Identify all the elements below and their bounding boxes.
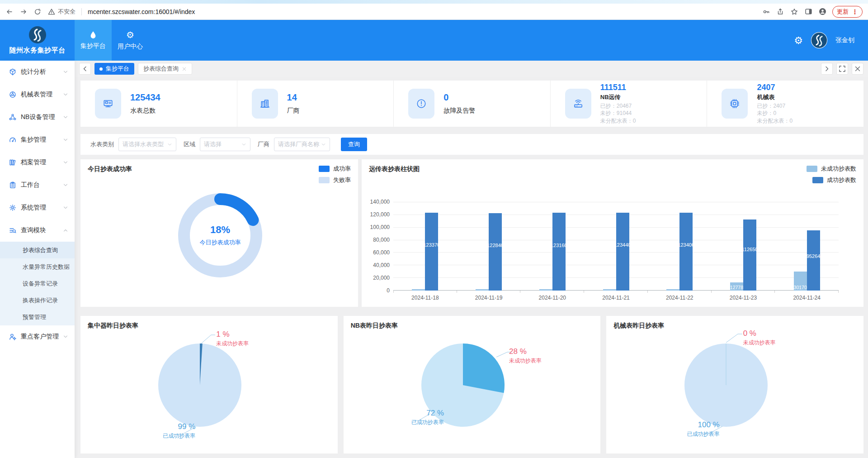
filter-select-0[interactable]: 请选择水表类型 xyxy=(118,138,176,151)
tabs-scroll-left-button[interactable] xyxy=(79,63,91,75)
sidebar-subitem-4[interactable]: 预警管理 xyxy=(0,309,75,325)
sidebar-subitem-label: 设备异常记录 xyxy=(23,280,58,288)
chevron-left-icon xyxy=(81,65,89,73)
today-success-rate-panel: 今日抄表成功率 成功率 失败率 18% 今日抄表成功率 xyxy=(80,159,358,307)
bar-pair: 1900123440 xyxy=(603,202,629,291)
bar-value-label: 2040 xyxy=(413,289,424,290)
y-axis-tick-label: 60,000 xyxy=(363,249,390,256)
stat-card-3: 111511NB远传已抄：20467未抄：91044未分配水表：0 xyxy=(551,81,708,127)
bar-group-3: 19001234402024-11-21 xyxy=(584,202,648,291)
successful-bar[interactable]: 122840 xyxy=(489,213,502,291)
filter-select-1[interactable]: 请选择 xyxy=(200,138,250,151)
bar-value-label: 30170 xyxy=(794,285,807,290)
successful-bar[interactable]: 123400 xyxy=(679,213,693,291)
reload-icon[interactable] xyxy=(33,8,42,16)
user-avatar[interactable] xyxy=(811,32,827,48)
settings-gear-icon[interactable]: ⚙ xyxy=(794,35,803,46)
gear-icon: ⚙ xyxy=(126,30,134,39)
stat-detail-line: 未抄：0 xyxy=(757,110,793,117)
star-icon[interactable] xyxy=(790,8,798,16)
browser-update-button[interactable]: 更新 ⋮ xyxy=(832,6,863,18)
stat-label: 水表总数 xyxy=(130,107,160,115)
top-nav-label: 集抄平台 xyxy=(80,42,106,50)
legend-item[interactable]: 成功抄表数 xyxy=(807,176,856,184)
sidebar-item-3[interactable]: 集抄管理 xyxy=(0,129,75,151)
page-tab-0[interactable]: 集抄平台 xyxy=(94,63,134,75)
forward-icon[interactable] xyxy=(19,8,28,16)
page-tab-bar: 集抄平台抄表综合查询 xyxy=(75,61,868,77)
url-text[interactable]: mcenter.szcswater.com:16001/#/index xyxy=(88,8,195,15)
key-icon[interactable] xyxy=(762,8,770,16)
sidebar-subitem-label: 抄表综合查询 xyxy=(23,246,58,254)
split-screen-icon[interactable] xyxy=(804,8,812,16)
active-tab-dot-icon xyxy=(99,67,103,71)
legend-item[interactable]: 成功率 xyxy=(319,165,351,173)
share-icon[interactable] xyxy=(776,8,784,16)
successful-bar[interactable]: 95264 xyxy=(807,230,820,291)
menu-kebab-icon[interactable]: ⋮ xyxy=(852,8,858,15)
sidebar-item-0[interactable]: 统计分析 xyxy=(0,61,75,83)
fullscreen-button[interactable] xyxy=(836,63,848,75)
stat-label: NB远传 xyxy=(600,93,636,101)
y-axis-tick-label: 20,000 xyxy=(363,275,390,281)
stat-value: 125434 xyxy=(130,92,160,103)
sidebar-subitem-2[interactable]: 设备异常记录 xyxy=(0,275,75,292)
pie-successful-label: 99 %已成功抄表率 xyxy=(127,422,195,439)
sidebar-item-2[interactable]: NB设备管理 xyxy=(0,106,75,129)
close-all-tabs-button[interactable] xyxy=(852,63,863,75)
filter-select-2[interactable]: 请选择厂商名称 xyxy=(274,138,330,151)
search-list-icon xyxy=(9,227,16,234)
bar-value-label: 112650 xyxy=(743,247,756,252)
sidebar-item-8[interactable]: 重点客户管理 xyxy=(0,325,75,348)
sidebar-item-1[interactable]: 机械表管理 xyxy=(0,83,75,106)
sidebar-subitem-3[interactable]: 换表操作记录 xyxy=(0,292,75,309)
top-nav-item-user-center[interactable]: ⚙用户中心 xyxy=(112,20,149,61)
successful-bar[interactable]: 123440 xyxy=(616,213,629,291)
successful-bar[interactable]: 123160 xyxy=(552,213,566,291)
tabs-scroll-right-button[interactable] xyxy=(821,63,833,75)
chevron-up-icon xyxy=(63,228,68,233)
stat-card-text: 125434水表总数 xyxy=(130,92,160,115)
unsuccessful-bar[interactable]: 12778 xyxy=(730,282,743,291)
sidebar-item-4[interactable]: 档案管理 xyxy=(0,151,75,174)
sidebar-subitem-1[interactable]: 水量异常历史数据 xyxy=(0,258,75,275)
top-nav-item-platform[interactable]: 集抄平台 xyxy=(75,20,112,61)
stat-card-2: 0故障及告警 xyxy=(394,81,551,127)
profile-icon[interactable] xyxy=(818,8,826,16)
stat-value: 0 xyxy=(443,92,475,103)
legend-item[interactable]: 未成功抄表数 xyxy=(807,165,856,173)
stat-detail-line: 已抄：2407 xyxy=(757,102,793,110)
successful-bar[interactable]: 112650 xyxy=(743,219,756,291)
sidebar-item-6[interactable]: 系统管理 xyxy=(0,196,75,219)
bar-group-6: 30170952642024-11-24 xyxy=(775,202,839,291)
tab-close-icon[interactable] xyxy=(182,67,187,72)
x-axis-category-label: 2024-11-24 xyxy=(775,295,839,301)
sidebar-subitem-0[interactable]: 抄表综合查询 xyxy=(0,242,75,258)
unsuccessful-bar[interactable]: 2040 xyxy=(412,289,425,291)
unsuccessful-bar[interactable]: 2310 xyxy=(476,289,489,291)
bar-value-label: 122840 xyxy=(489,243,502,248)
successful-bar[interactable]: 123370 xyxy=(425,213,438,291)
legend-item[interactable]: 失败率 xyxy=(319,176,351,184)
sidebar-item-label: 系统管理 xyxy=(21,204,63,212)
page-tab-1[interactable]: 抄表综合查询 xyxy=(138,63,192,75)
site-security[interactable]: 不安全 xyxy=(47,8,75,16)
unsuccessful-bar[interactable]: 2230 xyxy=(539,289,552,291)
back-icon[interactable] xyxy=(5,8,14,16)
y-axis-tick-label: 100,000 xyxy=(363,224,390,230)
update-label: 更新 xyxy=(837,8,849,16)
unsuccessful-bar[interactable]: 1900 xyxy=(603,289,616,291)
search-button[interactable]: 查询 xyxy=(341,138,367,151)
x-axis-category-label: 2024-11-23 xyxy=(712,295,775,301)
user-gear-icon xyxy=(9,333,16,340)
unsuccessful-bar[interactable]: 2470 xyxy=(666,289,679,291)
sidebar-item-5[interactable]: 工作台 xyxy=(0,174,75,196)
pie-slice-name: 未成功抄表率 xyxy=(216,340,249,347)
sidebar-item-7[interactable]: 查询模块 xyxy=(0,219,75,242)
unsuccessful-bar[interactable]: 30170 xyxy=(794,272,807,291)
x-axis-category-label: 2024-11-18 xyxy=(393,295,457,301)
bar-group-2: 22301231602024-11-20 xyxy=(520,202,584,291)
app-logo-area[interactable]: 随州水务集抄平台 xyxy=(0,20,75,61)
main-content: 125434水表总数14厂商0故障及告警111511NB远传已抄：20467未抄… xyxy=(75,77,868,458)
pie-percent: 1 % xyxy=(216,329,249,340)
